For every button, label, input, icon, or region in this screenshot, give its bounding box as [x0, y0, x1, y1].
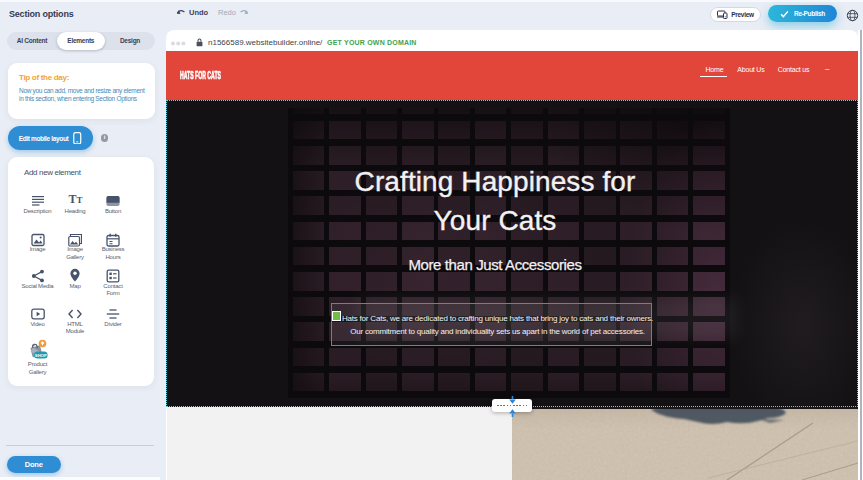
svg-text:SHOP: SHOP	[35, 353, 47, 358]
